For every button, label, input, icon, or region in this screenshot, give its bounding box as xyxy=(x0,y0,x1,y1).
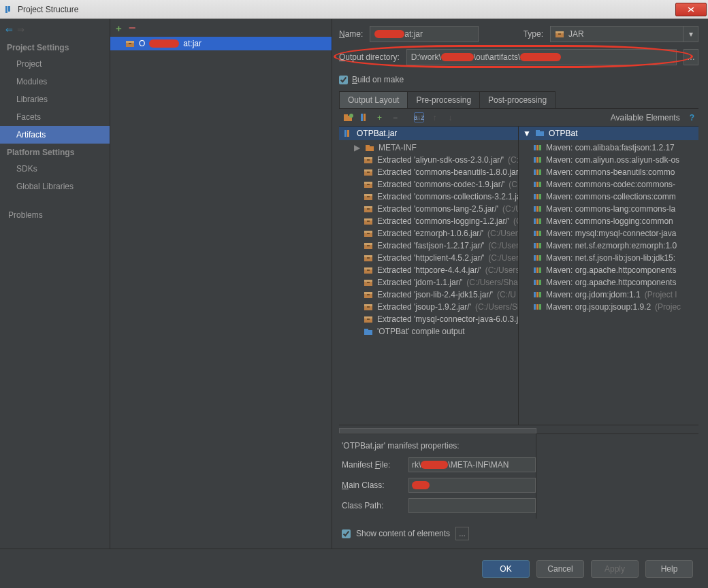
library-icon xyxy=(534,242,542,249)
nav-modules[interactable]: Modules xyxy=(0,73,110,91)
main-class-field[interactable] xyxy=(408,478,536,493)
name-label: Name: xyxy=(339,29,363,39)
window-title: Project Structure xyxy=(18,5,78,14)
svg-rect-13 xyxy=(344,130,347,137)
library-icon xyxy=(534,304,542,310)
available-library[interactable]: Maven: com.alibaba:fastjson:1.2.17 xyxy=(521,142,698,154)
name-field[interactable]: at:jar xyxy=(370,26,479,42)
move-down-icon[interactable]: ↓ xyxy=(445,112,455,122)
new-archive-icon[interactable] xyxy=(359,112,369,122)
available-library[interactable]: Maven: com.aliyun.oss:aliyun-sdk-os xyxy=(521,154,698,166)
type-label: Type: xyxy=(524,29,543,39)
nav-artifacts[interactable]: Artifacts xyxy=(0,126,110,144)
type-select[interactable]: JAR ▾ xyxy=(550,26,698,42)
browse-content-button[interactable]: … xyxy=(455,527,469,540)
tree-node-extracted[interactable]: Extracted 'json-lib-2.4-jdk15.jar/' (C:/… xyxy=(342,289,518,301)
available-library[interactable]: Maven: org.apache.httpcomponents xyxy=(521,264,698,276)
cancel-button[interactable]: Cancel xyxy=(536,560,584,578)
available-library[interactable]: Maven: commons-logging:common xyxy=(521,215,698,227)
svg-rect-83 xyxy=(539,218,541,224)
forward-icon[interactable]: ⇒ xyxy=(17,24,25,35)
tree-node-extracted[interactable]: Extracted 'httpcore-4.4.4.jar/' (C:/User… xyxy=(342,264,518,276)
manifest-file-field[interactable]: rk\\META-INF\MAN xyxy=(408,457,536,472)
svg-rect-9 xyxy=(344,114,348,116)
tree-node-extracted[interactable]: Extracted 'commons-logging-1.2.jar/' (C xyxy=(342,215,518,227)
close-button[interactable] xyxy=(675,3,707,16)
svg-rect-42 xyxy=(364,255,372,257)
remove-content-icon[interactable]: − xyxy=(390,112,400,122)
svg-rect-91 xyxy=(536,255,538,261)
tab-output-layout[interactable]: Output Layout xyxy=(339,91,408,108)
nav-facets[interactable]: Facets xyxy=(0,108,110,126)
nav-global-libraries[interactable]: Global Libraries xyxy=(0,178,110,195)
svg-rect-87 xyxy=(534,243,536,248)
archive-icon xyxy=(125,39,135,48)
svg-rect-94 xyxy=(536,267,538,273)
class-path-field[interactable] xyxy=(408,498,536,513)
nav-project[interactable]: Project xyxy=(0,55,110,73)
tree-node-extracted[interactable]: Extracted 'mysql-connector-java-6.0.3.ja xyxy=(342,313,518,325)
available-library[interactable]: Maven: commons-collections:comm xyxy=(521,191,698,203)
build-on-make-checkbox[interactable] xyxy=(339,76,348,84)
nav-libraries[interactable]: Libraries xyxy=(0,91,110,108)
available-library[interactable]: Maven: net.sf.ezmorph:ezmorph:1.0 xyxy=(521,240,698,252)
available-library[interactable]: Maven: commons-beanutils:commo xyxy=(521,166,698,178)
available-library[interactable]: Maven: mysql:mysql-connector-java xyxy=(521,227,698,240)
artifact-list-item[interactable]: Oat:jar xyxy=(110,37,332,50)
help-icon[interactable]: ? xyxy=(690,113,694,122)
svg-point-10 xyxy=(349,114,353,118)
available-library[interactable]: Maven: org.apache.httpcomponents xyxy=(521,276,698,289)
svg-rect-21 xyxy=(364,169,372,172)
tree-node-extracted[interactable]: Extracted 'jdom-1.1.jar/' (C:/Users/Shac xyxy=(342,276,518,289)
svg-rect-85 xyxy=(536,231,538,236)
available-library[interactable]: Maven: commons-lang:commons-la xyxy=(521,203,698,215)
remove-artifact-icon[interactable]: − xyxy=(129,25,136,31)
output-root[interactable]: OTPBat.jar xyxy=(339,127,518,140)
svg-rect-52 xyxy=(367,294,370,295)
svg-rect-99 xyxy=(534,292,536,297)
available-library[interactable]: Maven: org.jsoup:jsoup:1.9.2 (Projec xyxy=(521,301,698,313)
svg-rect-95 xyxy=(539,267,541,273)
artifact-list-panel: + − Oat:jar xyxy=(110,19,332,549)
tree-node-metainf[interactable]: ▶ META-INF xyxy=(342,142,518,154)
available-library[interactable]: Maven: net.sf.json-lib:json-lib:jdk15: xyxy=(521,252,698,264)
svg-rect-78 xyxy=(534,206,536,212)
nav-problems[interactable]: Problems xyxy=(0,206,110,224)
library-icon xyxy=(534,255,542,261)
new-folder-icon[interactable] xyxy=(343,112,353,122)
show-content-checkbox[interactable] xyxy=(342,529,351,538)
svg-rect-80 xyxy=(539,206,541,212)
add-artifact-icon[interactable]: + xyxy=(116,22,122,34)
svg-rect-69 xyxy=(534,169,536,175)
tree-node-compile-output[interactable]: 'OTPBat' compile output xyxy=(342,325,518,338)
apply-button[interactable]: Apply xyxy=(591,560,639,578)
splitter-handle[interactable] xyxy=(339,428,536,434)
sort-icon[interactable]: a↓z xyxy=(414,112,424,122)
tree-node-extracted[interactable]: Extracted 'commons-beanutils-1.8.0.jar xyxy=(342,166,518,178)
add-content-icon[interactable]: + xyxy=(374,112,385,122)
tab-pre-processing[interactable]: Pre-processing xyxy=(407,91,480,108)
ok-button[interactable]: OK xyxy=(482,560,530,578)
tree-node-extracted[interactable]: Extracted 'commons-codec-1.9.jar/' (C: xyxy=(342,178,518,191)
move-up-icon[interactable]: ↑ xyxy=(430,112,440,122)
help-button[interactable]: Help xyxy=(645,560,693,578)
available-library[interactable]: Maven: commons-codec:commons- xyxy=(521,178,698,191)
tab-post-processing[interactable]: Post-processing xyxy=(479,91,556,108)
extracted-archive-icon xyxy=(364,205,373,213)
nav-sdks[interactable]: SDKs xyxy=(0,160,110,178)
tree-node-extracted[interactable]: Extracted 'jsoup-1.9.2.jar/' (C:/Users/S… xyxy=(342,301,518,313)
tree-node-extracted[interactable]: Extracted 'httpclient-4.5.2.jar/' (C:/Us… xyxy=(342,252,518,264)
tree-node-extracted[interactable]: Extracted 'fastjson-1.2.17.jar/' (C:/Use… xyxy=(342,240,518,252)
tree-node-extracted[interactable]: Extracted 'aliyun-sdk-oss-2.3.0.jar/' (C… xyxy=(342,154,518,166)
tree-node-extracted[interactable]: Extracted 'commons-lang-2.5.jar/' (C:/U xyxy=(342,203,518,215)
output-dir-field[interactable]: D:\work\\out\artifacts\ xyxy=(406,49,677,65)
tree-node-extracted[interactable]: Extracted 'commons-collections-3.2.1.ja xyxy=(342,191,518,203)
browse-output-dir-button[interactable]: … xyxy=(683,49,698,65)
svg-rect-70 xyxy=(536,169,538,175)
back-icon[interactable]: ⇐ xyxy=(5,24,13,35)
main-class-label: Main Class: xyxy=(342,480,403,490)
available-library[interactable]: Maven: org.jdom:jdom:1.1 (Project l xyxy=(521,289,698,301)
available-module[interactable]: ▼ OTPBat xyxy=(519,127,698,140)
tree-node-extracted[interactable]: Extracted 'ezmorph-1.0.6.jar/' (C:/Users xyxy=(342,227,518,240)
svg-rect-19 xyxy=(367,159,370,161)
